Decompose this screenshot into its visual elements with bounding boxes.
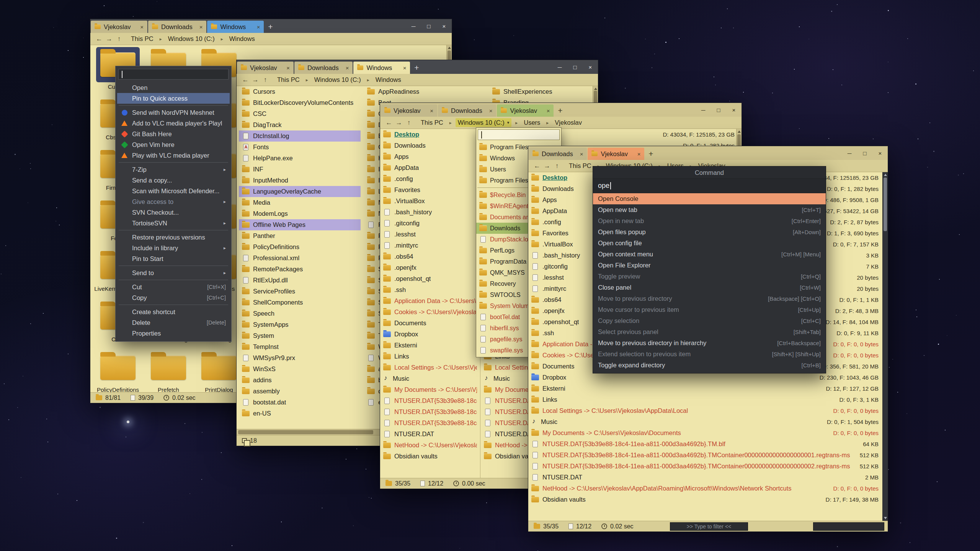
- command-item[interactable]: Open files popup [Alt+Down]: [593, 227, 826, 238]
- file-row[interactable]: INF: [239, 164, 361, 175]
- file-row[interactable]: addins: [239, 375, 361, 386]
- minimize-button[interactable]: ─: [552, 60, 567, 74]
- file-row[interactable]: ServiceProfiles: [239, 286, 361, 297]
- file-row[interactable]: Cookies -> C:\Users\Vjekoslav\AppData\Lo…: [380, 306, 480, 318]
- command-item[interactable]: Move to previous directory [Backspace] […: [593, 293, 826, 304]
- forward-button[interactable]: →: [250, 76, 260, 84]
- up-button[interactable]: ↑: [404, 119, 414, 127]
- file-row[interactable]: .lesshst 20 bytes: [380, 229, 480, 240]
- close-tab-icon[interactable]: ×: [136, 24, 144, 30]
- new-tab-button[interactable]: +: [645, 148, 657, 160]
- file-row[interactable]: System: [239, 330, 361, 341]
- context-menu-item[interactable]: Pin to Start ▸: [117, 253, 230, 264]
- file-row[interactable]: Speech: [239, 308, 361, 319]
- close-tab-icon[interactable]: ×: [283, 65, 290, 71]
- command-item[interactable]: Open context menu [Ctrl+M] [Menu]: [593, 249, 826, 260]
- file-row[interactable]: Fonts: [239, 142, 361, 153]
- file-row[interactable]: WinSxS: [239, 364, 361, 375]
- tab[interactable]: Downloads ×: [294, 62, 353, 74]
- command-input[interactable]: ope: [593, 179, 826, 193]
- command-item[interactable]: Open config file: [593, 238, 826, 249]
- back-button[interactable]: ←: [240, 76, 250, 84]
- file-row[interactable]: Music D: 0, F: 1, 504 bytes: [380, 373, 480, 384]
- file-row[interactable]: RemotePackages: [239, 264, 361, 275]
- back-button[interactable]: ←: [532, 162, 542, 170]
- close-tab-icon[interactable]: ×: [485, 108, 493, 114]
- context-menu-item[interactable]: Git Bash Here ▸: [117, 129, 230, 139]
- vertical-scrollbar[interactable]: [882, 172, 888, 521]
- command-item[interactable]: Move to previous directory in hierarchy …: [593, 337, 826, 349]
- file-row[interactable]: Media: [239, 197, 361, 208]
- tab[interactable]: Vjekoslav ×: [237, 62, 294, 74]
- context-menu-item[interactable]: ▸: [117, 303, 230, 306]
- file-row[interactable]: Documents D: 356, F: 581, 20 MB: [380, 318, 480, 329]
- context-menu-item[interactable]: SVN Checkout... ▸: [117, 207, 230, 218]
- context-menu-item[interactable]: Give access to ▸: [117, 196, 230, 207]
- file-row[interactable]: .VirtualBox D: 0, F: 7, 157 KB: [380, 196, 480, 207]
- file-row[interactable]: Offline Web Pages: [239, 219, 361, 230]
- context-menu-item[interactable]: TortoiseSVN ▸: [117, 218, 230, 228]
- command-item[interactable]: Extend selection to previous item [Shift…: [593, 349, 826, 360]
- file-row[interactable]: My Documents -> C:\Users\Vjekoslav\Docum…: [380, 384, 480, 395]
- file-row[interactable]: .minttyrc 20 bytes: [380, 240, 480, 251]
- file-row[interactable]: Links D: 0, F: 3, 1 KB: [380, 351, 480, 362]
- context-menu-item[interactable]: 7-Zip ▸: [117, 164, 230, 175]
- forward-button[interactable]: →: [542, 162, 552, 170]
- file-row[interactable]: .openshot_qt D: 14, F: 84, 104 MB: [380, 273, 480, 284]
- breadcrumb-item[interactable]: Windows 10 (C:)▾: [456, 118, 522, 127]
- file-row[interactable]: BitLockerDiscoveryVolumeContents: [239, 97, 361, 108]
- breadcrumb-item[interactable]: This PC▾: [129, 34, 166, 43]
- file-row[interactable]: en-US: [239, 408, 361, 419]
- close-button[interactable]: ×: [872, 146, 888, 160]
- breadcrumb-item[interactable]: Windows 10 (C:)▾: [166, 34, 227, 43]
- command-item[interactable]: Move cursor to previous item [Ctrl+Up]: [593, 304, 826, 315]
- context-menu-item[interactable]: Pin to Quick access ▸: [117, 93, 230, 104]
- file-row[interactable]: SystemApps: [239, 319, 361, 330]
- file-row[interactable]: Obsidian vaults D: 17, F: 149, 38 MB: [528, 494, 882, 505]
- context-menu-item[interactable]: Add to VLC media player's Playlist ▸: [117, 118, 230, 129]
- context-menu-item[interactable]: ▸: [117, 161, 230, 164]
- file-row[interactable]: .bash_history 3 KB: [380, 207, 480, 218]
- context-menu-item[interactable]: Send a copy... ▸: [117, 175, 230, 186]
- file-row[interactable]: Panther: [239, 230, 361, 241]
- breadcrumb-item[interactable]: Windows▾: [227, 34, 257, 43]
- maximize-button[interactable]: □: [421, 19, 436, 33]
- tab[interactable]: Vjekoslav ×: [497, 104, 554, 117]
- file-row[interactable]: DtcInstall.log: [239, 130, 361, 142]
- dropdown-filter-input[interactable]: [478, 129, 560, 140]
- file-row[interactable]: LanguageOverlayCache: [239, 186, 361, 197]
- tab[interactable]: Vjekoslav ×: [588, 148, 644, 160]
- file-row[interactable]: CSC: [239, 108, 361, 119]
- scrollbar-thumb[interactable]: [238, 430, 373, 434]
- file-row[interactable]: .openjfx D: 2, F: 48, 3 MB: [380, 262, 480, 273]
- context-menu-item[interactable]: Copy [Ctrl+C] ▸: [117, 292, 230, 303]
- up-button[interactable]: ↑: [114, 35, 124, 43]
- file-row[interactable]: NTUSER.DAT{53b39e88-18c4-11ea-a811-000d3…: [380, 406, 480, 417]
- breadcrumb-item[interactable]: Vjekoslav▾: [552, 118, 584, 127]
- file-row[interactable]: .gitconfig 7 KB: [380, 218, 480, 229]
- new-tab-button[interactable]: +: [554, 104, 566, 117]
- close-tab-icon[interactable]: ×: [196, 24, 203, 30]
- file-row[interactable]: Music D: 0, F: 1, 504 bytes: [528, 416, 882, 427]
- command-item[interactable]: Open File Explorer: [593, 260, 826, 271]
- context-menu-item[interactable]: ▸: [117, 264, 230, 267]
- maximize-button[interactable]: □: [711, 103, 726, 117]
- file-row[interactable]: NTUSER.DAT 2 MB: [528, 472, 882, 483]
- breadcrumb-item[interactable]: This PC▾: [418, 118, 456, 127]
- up-button[interactable]: ↑: [260, 76, 270, 84]
- file-row[interactable]: PolicyDefinitions: [239, 241, 361, 253]
- file-row[interactable]: InputMethod: [239, 175, 361, 186]
- file-row[interactable]: Dropbox D: 230, F: 1043, 46 GB: [380, 329, 480, 340]
- breadcrumb-item[interactable]: Windows▾: [373, 75, 403, 84]
- context-menu-item[interactable]: Restore previous versions ▸: [117, 232, 230, 243]
- file-row[interactable]: ShellComponents: [239, 297, 361, 308]
- file-row[interactable]: Apps D: 486, F: 9508, 1 GB: [380, 151, 480, 162]
- file-row[interactable]: WMSysPr9.prx: [239, 352, 361, 364]
- new-tab-button[interactable]: +: [264, 21, 276, 33]
- context-menu-item[interactable]: Send with NordVPN Meshnet ▸: [117, 107, 230, 118]
- file-row[interactable]: Downloads D: 0, F: 1, 282 bytes: [380, 140, 480, 151]
- file-row[interactable]: NTUSER.DAT{53b39e88-18c4-11ea-a811-000d3…: [528, 461, 882, 472]
- context-menu-item[interactable]: ▸: [117, 228, 230, 232]
- close-tab-icon[interactable]: ×: [399, 65, 407, 71]
- new-tab-button[interactable]: +: [410, 62, 423, 74]
